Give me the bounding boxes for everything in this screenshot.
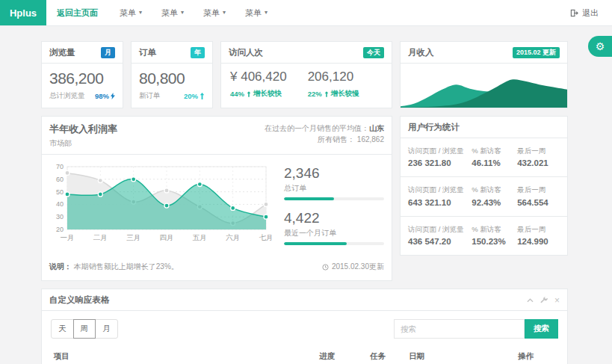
- orders-caption: 新订单: [139, 91, 161, 101]
- behavior-value: 92.43%: [472, 198, 517, 207]
- caret-down-icon: ▾: [223, 10, 226, 16]
- search-button[interactable]: 搜索: [525, 319, 558, 339]
- behavior-label: 最后一周: [517, 146, 560, 155]
- pageviews-percent: 98%: [95, 92, 109, 100]
- nav-links: 返回主页面 菜单 ▾ 菜单 ▾ 菜单 ▾ 菜单 ▾: [46, 0, 277, 25]
- wrench-icon: [540, 297, 548, 304]
- behavior-value: 432.021: [517, 158, 560, 167]
- sales-note-text: 本期销售额比上期增长了23%。: [74, 262, 179, 271]
- panel-monthly-income: 月收入 2015.02 更新: [400, 41, 568, 108]
- pageviews-value: 386,200: [49, 70, 115, 87]
- behavior-value: 46.11%: [472, 158, 517, 167]
- svg-text:五月: 五月: [193, 233, 207, 241]
- level-up-icon: [247, 91, 251, 97]
- halfyear-area-chart: 一月二月三月四月五月六月七月203040506070: [49, 162, 273, 243]
- visits-right-note: 增长较慢: [331, 89, 359, 99]
- close-icon[interactable]: ×: [554, 296, 560, 305]
- range-week-button[interactable]: 周: [73, 319, 96, 339]
- nav-menu-1-label: 菜单: [120, 7, 136, 19]
- svg-text:七月: 七月: [259, 233, 273, 241]
- income-updated-badge: 2015.02 更新: [513, 47, 560, 58]
- caret-down-icon: ▾: [265, 10, 268, 16]
- svg-text:50: 50: [56, 188, 64, 196]
- settings-fab[interactable]: ⚙: [588, 36, 612, 57]
- stats-row: 浏览量 月 386,200 总计浏览量 98% 订单 年 80,: [41, 41, 568, 108]
- svg-text:二月: 二月: [93, 233, 108, 241]
- nav-menu-4[interactable]: 菜单 ▾: [245, 7, 268, 19]
- brand-logo[interactable]: Hplus: [0, 0, 46, 25]
- nav-menu-2-label: 菜单: [161, 7, 178, 19]
- sales-updated: 2015.02.30更新: [332, 262, 384, 272]
- nav-menu-3[interactable]: 菜单 ▾: [203, 7, 226, 19]
- col-date: 日期: [406, 346, 515, 364]
- visits-count: 206,120: [308, 70, 359, 84]
- range-day-button[interactable]: 天: [51, 319, 74, 339]
- panel-visits: 访问人次 今天 ¥ 406,420 44% 增长较快 206,120 22%: [220, 41, 392, 108]
- behavior-value: 436 547.20: [408, 237, 472, 246]
- settings-button[interactable]: [540, 297, 548, 304]
- svg-text:四月: 四月: [160, 233, 174, 241]
- svg-text:30: 30: [56, 213, 64, 220]
- behavior-label: % 新访客: [472, 146, 517, 155]
- col-project: 项目: [51, 346, 316, 364]
- svg-text:20: 20: [56, 226, 64, 233]
- nav-home-link[interactable]: 返回主页面: [57, 7, 98, 19]
- sign-out-icon: [570, 9, 578, 17]
- total-orders-progress: [284, 197, 384, 200]
- level-up-icon: [200, 93, 205, 99]
- panel-halfyear-revenue: 半年收入利润率 市场部 在过去的一个月销售的平均值：山东 所有销售： 162,8…: [41, 116, 392, 281]
- sales-total-label: 所有销售：: [318, 135, 355, 144]
- behavior-value: 564.554: [517, 198, 560, 207]
- visits-right-percent: 22%: [308, 90, 322, 98]
- svg-text:40: 40: [56, 200, 64, 208]
- behavior-row: 访问页面 / 浏览量236 321.80 % 新访客46.11% 最后一周432…: [401, 138, 567, 177]
- table-row-section: 自定义响应表格 × 天 周 月: [41, 289, 568, 364]
- behavior-value: 643 321.10: [408, 198, 472, 207]
- svg-text:三月: 三月: [126, 233, 140, 241]
- logout-button[interactable]: 退出: [570, 0, 599, 25]
- caret-down-icon: ▾: [181, 10, 184, 16]
- month-orders-value: 4,422: [284, 210, 384, 226]
- visits-amount: ¥ 406,420: [230, 70, 287, 84]
- nav-menu-1[interactable]: 菜单 ▾: [120, 7, 142, 19]
- visits-title: 访问人次: [229, 47, 263, 58]
- total-orders-label: 总订单: [284, 183, 384, 194]
- orders-title: 订单: [139, 47, 156, 58]
- behavior-label: % 新访客: [472, 224, 517, 234]
- panel-responsive-table: 自定义响应表格 × 天 周 月: [41, 289, 568, 364]
- sales-avg-value: 山东: [369, 124, 384, 132]
- behavior-label: 最后一周: [517, 185, 560, 194]
- chevron-up-icon: [527, 298, 534, 303]
- orders-value: 80,800: [139, 70, 205, 87]
- behavior-value: 236 321.80: [408, 158, 472, 167]
- sales-subtitle: 市场部: [49, 138, 117, 149]
- visits-left-note: 增长较快: [253, 89, 282, 99]
- sales-avg-label: 在过去的一个月销售的平均值：: [265, 124, 369, 132]
- pageviews-caption: 总计浏览量: [49, 91, 85, 101]
- behavior-label: 最后一周: [517, 224, 560, 234]
- gear-icon: ⚙: [596, 40, 605, 52]
- monthly-income-chart: [401, 64, 567, 108]
- range-month-button[interactable]: 月: [95, 319, 118, 339]
- level-up-icon: [324, 91, 329, 97]
- page-content: 浏览量 月 386,200 总计浏览量 98% 订单 年 80,: [41, 41, 568, 364]
- nav-menu-4-label: 菜单: [245, 7, 262, 19]
- col-task: 任务: [367, 346, 406, 364]
- behavior-row: 访问页面 / 浏览量436 547.20 % 新访客150.23% 最后一周12…: [401, 217, 567, 255]
- total-orders-value: 2,346: [284, 165, 384, 182]
- svg-text:70: 70: [56, 163, 64, 170]
- panel-orders: 订单 年 80,800 新订单 20%: [131, 41, 213, 108]
- behavior-label: 访问页面 / 浏览量: [408, 185, 472, 194]
- collapse-button[interactable]: [527, 298, 534, 303]
- range-button-group: 天 周 月: [51, 319, 118, 339]
- search-input[interactable]: [394, 319, 525, 339]
- orders-percent: 20%: [184, 92, 198, 100]
- month-orders-label: 最近一个月订单: [284, 228, 384, 238]
- logout-label: 退出: [582, 7, 599, 19]
- main-row: 半年收入利润率 市场部 在过去的一个月销售的平均值：山东 所有销售： 162,8…: [41, 116, 568, 281]
- panel-pageviews: 浏览量 月 386,200 总计浏览量 98%: [41, 41, 123, 108]
- income-title: 月收入: [408, 47, 434, 58]
- nav-menu-2[interactable]: 菜单 ▾: [161, 7, 184, 19]
- pageviews-period-badge: 月: [101, 47, 115, 58]
- behavior-title: 用户行为统计: [408, 122, 460, 133]
